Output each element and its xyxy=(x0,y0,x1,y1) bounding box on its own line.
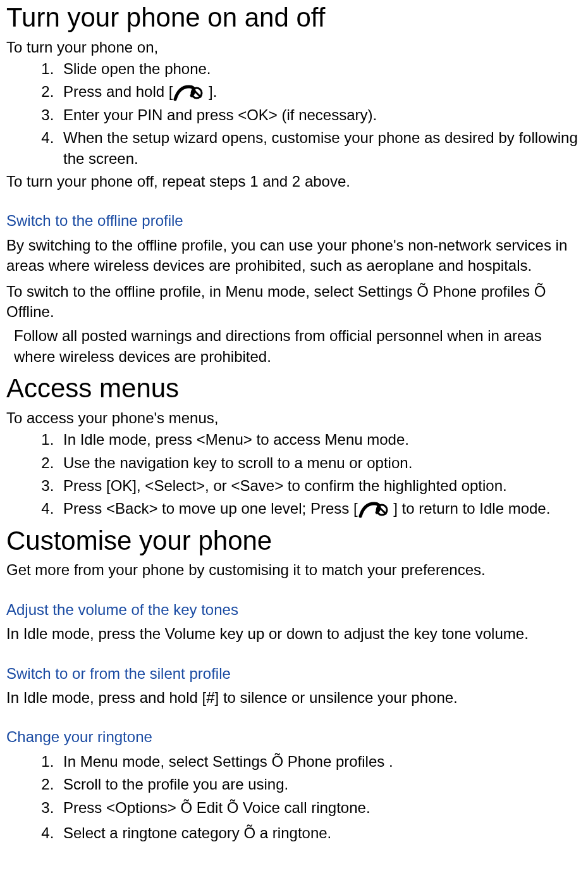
offline-desc-2: To switch to the offline profile, in Men… xyxy=(6,282,582,323)
step-back-text-a: Press <Back> to move up one level; Press… xyxy=(63,500,358,517)
steps-turn-on: Slide open the phone. Press and hold [ ]… xyxy=(6,59,582,169)
power-icon xyxy=(358,501,389,519)
steps-ringtone: In Menu mode, select Settings Õ Phone pr… xyxy=(6,752,582,844)
outro-turn-off: To turn your phone off, repeat steps 1 a… xyxy=(6,171,582,192)
ringtone-step-1: In Menu mode, select Settings Õ Phone pr… xyxy=(58,752,582,772)
power-icon xyxy=(173,84,204,102)
subhead-offline-profile: Switch to the offline profile xyxy=(6,211,582,231)
volume-desc: In Idle mode, press the Volume key up or… xyxy=(6,624,582,644)
step-idle-menu: In Idle mode, press <Menu> to access Men… xyxy=(58,430,582,450)
heading-turn-on-off: Turn your phone on and off xyxy=(6,0,582,36)
step-text-a: Press and hold [ xyxy=(63,83,173,100)
steps-access-menus: In Idle mode, press <Menu> to access Men… xyxy=(6,430,582,519)
offline-warning: Follow all posted warnings and direction… xyxy=(6,326,582,367)
heading-access-menus: Access menus xyxy=(6,371,582,407)
ringtone-step-2: Scroll to the profile you are using. xyxy=(58,774,582,795)
step-nav-key: Use the navigation key to scroll to a me… xyxy=(58,453,582,473)
step-confirm-option: Press [OK], <Select>, or <Save> to confi… xyxy=(58,476,582,496)
step-enter-pin: Enter your PIN and press <OK> (if necess… xyxy=(58,105,582,125)
subhead-ringtone: Change your ringtone xyxy=(6,727,582,747)
step-slide-open: Slide open the phone. xyxy=(58,59,582,79)
intro-turn-on: To turn your phone on, xyxy=(6,37,582,58)
intro-access-menus: To access your phone's menus, xyxy=(6,408,582,428)
ringtone-step-3: Press <Options> Õ Edit Õ Voice call ring… xyxy=(58,798,582,818)
ringtone-step-4: Select a ringtone category Õ a ringtone. xyxy=(58,823,582,843)
heading-customise: Customise your phone xyxy=(6,523,582,559)
step-text-b: ]. xyxy=(204,83,217,100)
subhead-silent: Switch to or from the silent profile xyxy=(6,664,582,684)
intro-customise: Get more from your phone by customising … xyxy=(6,560,582,580)
step-setup-wizard: When the setup wizard opens, customise y… xyxy=(58,128,582,169)
subhead-volume: Adjust the volume of the key tones xyxy=(6,600,582,620)
step-back-text-b: ] to return to Idle mode. xyxy=(389,500,551,517)
offline-desc-1: By switching to the offline profile, you… xyxy=(6,235,582,276)
step-press-hold: Press and hold [ ]. xyxy=(58,82,582,102)
silent-desc: In Idle mode, press and hold [#] to sile… xyxy=(6,688,582,708)
step-back: Press <Back> to move up one level; Press… xyxy=(58,499,582,519)
